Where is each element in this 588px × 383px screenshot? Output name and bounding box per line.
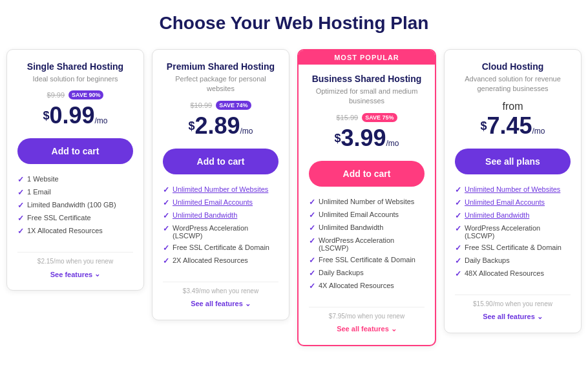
check-icon: ✓	[455, 224, 461, 233]
feature-link[interactable]: Unlimited Email Accounts	[173, 198, 253, 206]
renew-price-premium: $3.49/mo when you renew	[163, 287, 278, 295]
feature-item: ✓Daily Backups	[455, 254, 571, 267]
feature-item: ✓WordPress Acceleration (LSCWP)	[163, 222, 278, 242]
plan-card-business: MOST POPULARBusiness Shared HostingOptim…	[297, 49, 436, 346]
check-icon: ✓	[455, 198, 461, 207]
feature-text: WordPress Acceleration (LSCWP)	[319, 236, 425, 252]
save-badge-single: SAVE 90%	[68, 90, 103, 99]
divider	[309, 307, 425, 307]
period-business: /mo	[386, 139, 399, 148]
see-features-link-cloud[interactable]: See all features ⌄	[455, 313, 571, 321]
renew-price-cloud: $15.90/mo when you renew	[455, 300, 571, 307]
price-amount-cloud: 7.45	[487, 112, 532, 139]
add-to-cart-button-single[interactable]: Add to cart	[17, 138, 133, 164]
check-icon: ✓	[163, 211, 169, 220]
plan-name-business: Business Shared Hosting	[309, 74, 425, 84]
plan-subtitle-single: Ideal solution for beginners	[17, 74, 133, 84]
currency-single: $	[43, 109, 49, 122]
check-icon: ✓	[455, 269, 461, 278]
feature-item: ✓Unlimited Email Accounts	[309, 209, 425, 222]
feature-item: ✓2X Allocated Resources	[163, 254, 278, 267]
check-icon: ✓	[309, 256, 315, 265]
check-icon: ✓	[455, 256, 461, 265]
chevron-down-icon: ⌄	[94, 270, 100, 278]
check-icon: ✓	[309, 223, 315, 233]
plan-card-premium: Premium Shared HostingPerfect package fo…	[152, 49, 289, 320]
feature-item: ✓1 Website	[17, 173, 133, 186]
check-icon: ✓	[309, 282, 315, 291]
currency-cloud: $	[480, 119, 487, 132]
plan-subtitle-business: Optimized for small and medium businesse…	[309, 87, 425, 107]
feature-item: ✓1 Email	[17, 186, 133, 199]
feature-link[interactable]: Unlimited Number of Websites	[465, 185, 560, 193]
feature-text: Free SSL Certificate & Domain	[465, 243, 562, 251]
features-list-cloud: ✓Unlimited Number of Websites✓Unlimited …	[455, 183, 571, 280]
plan-subtitle-cloud: Advanced solution for revenue generating…	[455, 74, 571, 94]
check-icon: ✓	[309, 236, 315, 245]
check-icon: ✓	[163, 224, 169, 233]
check-icon: ✓	[17, 201, 24, 210]
feature-item: ✓1X Allocated Resources	[17, 225, 133, 238]
feature-item: ✓Free SSL Certificate & Domain	[455, 242, 571, 254]
plans-container: Single Shared HostingIdeal solution for …	[6, 49, 582, 346]
price-row-business: $15.99SAVE 75%	[309, 113, 425, 122]
price-display-premium: $2.89/mo	[163, 112, 278, 140]
most-popular-badge: MOST POPULAR	[299, 50, 435, 65]
price-row-single: $9.99SAVE 90%	[17, 90, 133, 99]
feature-link[interactable]: Unlimited Bandwidth	[173, 211, 237, 219]
renew-price-business: $7.95/mo when you renew	[309, 313, 425, 320]
period-premium: /mo	[240, 127, 253, 136]
original-price-premium: $10.99	[190, 101, 212, 109]
price-amount-business: 3.99	[341, 125, 386, 151]
feature-item: ✓Unlimited Email Accounts	[163, 196, 278, 209]
feature-item: ✓48X Allocated Resources	[455, 267, 571, 280]
feature-text: WordPress Acceleration (LSCWP)	[465, 224, 571, 240]
check-icon: ✓	[309, 269, 315, 278]
check-icon: ✓	[17, 188, 24, 197]
feature-item: ✓Unlimited Email Accounts	[455, 196, 571, 209]
price-amount-single: 0.99	[49, 102, 94, 129]
feature-text: Daily Backups	[465, 256, 510, 264]
feature-item: ✓Unlimited Bandwidth	[455, 209, 571, 222]
price-display-business: $3.99/mo	[309, 125, 425, 152]
check-icon: ✓	[163, 198, 169, 207]
currency-business: $	[334, 131, 341, 144]
original-price-business: $15.99	[336, 114, 358, 121]
feature-item: ✓Free SSL Certificate	[17, 212, 133, 225]
from-label-cloud: from	[455, 101, 571, 112]
feature-link[interactable]: Unlimited Bandwidth	[465, 211, 529, 219]
save-badge-premium: SAVE 74%	[216, 101, 251, 110]
feature-item: ✓Free SSL Certificate & Domain	[163, 242, 278, 254]
see-features-link-single[interactable]: See features ⌄	[17, 270, 133, 278]
feature-text: 1 Email	[27, 188, 51, 196]
currency-premium: $	[188, 119, 194, 132]
feature-text: 1X Allocated Resources	[27, 227, 103, 234]
see-features-link-business[interactable]: See all features ⌄	[309, 325, 425, 333]
check-icon: ✓	[309, 211, 315, 220]
check-icon: ✓	[17, 175, 24, 184]
see-features-link-premium[interactable]: See all features ⌄	[163, 300, 278, 308]
add-to-cart-button-premium[interactable]: Add to cart	[163, 149, 278, 174]
add-to-cart-button-business[interactable]: Add to cart	[309, 161, 425, 187]
price-amount-premium: 2.89	[194, 112, 240, 139]
plan-subtitle-premium: Perfect package for personal websites	[163, 74, 278, 94]
check-icon: ✓	[163, 243, 169, 253]
plan-name-single: Single Shared Hosting	[17, 61, 133, 72]
check-icon: ✓	[17, 214, 24, 223]
feature-text: Free SSL Certificate	[27, 214, 91, 222]
see-all-plans-button[interactable]: See all plans	[455, 149, 571, 174]
divider	[163, 282, 278, 282]
price-display-cloud: from$7.45/mo	[455, 101, 571, 140]
check-icon: ✓	[163, 185, 169, 194]
feature-link[interactable]: Unlimited Email Accounts	[465, 198, 545, 206]
price-display-single: $0.99/mo	[17, 102, 133, 129]
save-badge-business: SAVE 75%	[362, 113, 397, 122]
check-icon: ✓	[163, 256, 169, 265]
feature-text: 4X Allocated Resources	[319, 282, 394, 289]
page-title: Choose Your Web Hosting Plan	[6, 13, 582, 34]
feature-text: 1 Website	[27, 175, 59, 183]
feature-link[interactable]: Unlimited Number of Websites	[173, 185, 268, 193]
check-icon: ✓	[455, 243, 461, 253]
feature-text: WordPress Acceleration (LSCWP)	[173, 224, 278, 240]
check-icon: ✓	[455, 211, 461, 220]
